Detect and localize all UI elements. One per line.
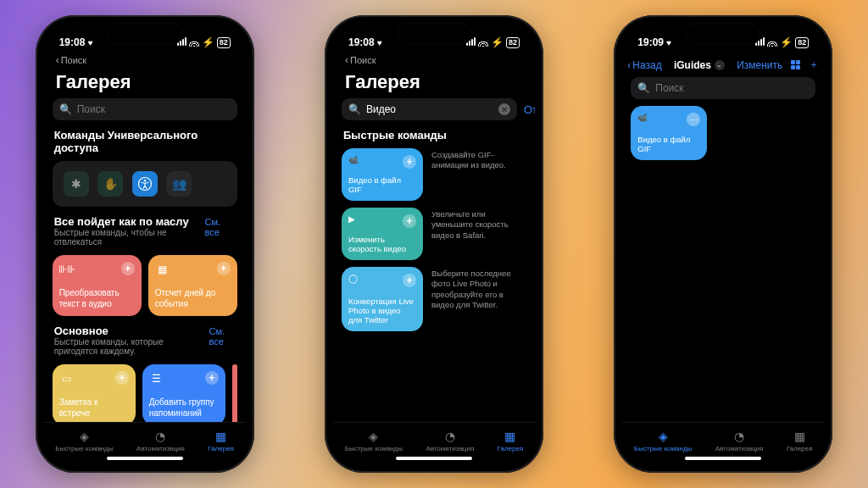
more-icon[interactable]: ⋯: [687, 113, 700, 126]
clock: 19:08: [348, 36, 375, 48]
empty-icon[interactable]: [200, 171, 225, 197]
clear-icon[interactable]: ✕: [498, 103, 510, 115]
peek-next-card[interactable]: [232, 364, 237, 422]
search-input[interactable]: [655, 82, 809, 94]
plus-icon[interactable]: +: [205, 371, 219, 385]
back-link[interactable]: ‹Поиск: [44, 54, 246, 68]
clock: 19:09: [637, 36, 664, 48]
plus-icon[interactable]: +: [403, 214, 416, 228]
folder-title[interactable]: iGuides⌄: [674, 59, 725, 71]
section-smooth-sub: Быстрые команды, чтобы не отвлекаться: [54, 228, 205, 247]
card-text-to-audio[interactable]: ⊪⊪+ Преобразовать текст в аудио: [53, 255, 142, 316]
clock-icon: ◔: [734, 430, 744, 443]
charging-icon: ⚡: [491, 36, 504, 48]
snow-icon[interactable]: ✱: [64, 171, 89, 197]
back-link[interactable]: ‹Поиск: [333, 54, 535, 68]
heart-icon: ♥: [88, 38, 93, 47]
nav-back[interactable]: ‹Назад: [627, 59, 661, 71]
card-reminder-group[interactable]: ☰+ Добавить группу напоминаний: [142, 364, 225, 422]
search-icon: 🔍: [637, 82, 650, 94]
home-indicator[interactable]: [396, 457, 472, 460]
accessibility-icons-row[interactable]: ✱ ✋ 👥: [53, 161, 237, 207]
phone-search-results: 19:08 ♥ ⚡ 82 ‹Поиск Галерея 🔍 ✕ Отменить…: [325, 15, 543, 473]
result-livephoto-twitter[interactable]: ◯+ Конвертация Live Photo в видео для Tw…: [342, 267, 423, 331]
card-countdown[interactable]: ▦+ Отсчет дней до события: [148, 255, 237, 316]
grid-icon: ▦: [794, 430, 805, 443]
play-icon: ▶: [348, 214, 355, 228]
plus-icon[interactable]: +: [217, 262, 231, 275]
result-description: Увеличьте или уменьшите скорость видео в…: [431, 208, 526, 241]
result-description: Создавайте GIF-анимации из видео.: [431, 148, 526, 171]
battery-level: 82: [506, 37, 520, 48]
search-field[interactable]: 🔍: [631, 77, 815, 99]
result-change-speed[interactable]: ▶+ Изменить скорость видео: [342, 208, 423, 260]
plus-icon[interactable]: +: [403, 274, 416, 287]
grid-view-icon[interactable]: [791, 60, 800, 69]
page-title: Галерея: [342, 68, 526, 98]
tab-automation[interactable]: ◔Автоматизация: [136, 430, 185, 452]
chevron-left-icon: ‹: [627, 59, 631, 71]
accessibility-icon[interactable]: [132, 171, 158, 197]
card-meeting-note[interactable]: ▭+ Заметка к встрече: [53, 364, 136, 422]
people-icon[interactable]: 👥: [166, 171, 192, 197]
search-icon: 🔍: [59, 103, 72, 115]
video-icon: 📹: [637, 113, 648, 126]
search-field[interactable]: 🔍 ✕: [342, 98, 517, 120]
tab-label: Быстрые команды: [345, 445, 403, 452]
page-title: Галерея: [53, 68, 237, 98]
plus-icon[interactable]: +: [403, 155, 416, 169]
plus-icon[interactable]: +: [121, 262, 135, 275]
result-video-to-gif[interactable]: 📹+ Видео в файл GIF: [342, 148, 423, 201]
section-essentials-title: Основное: [54, 324, 209, 337]
tile-label: Видео в файл GIF: [637, 135, 700, 153]
wifi-icon: [767, 39, 777, 47]
tab-gallery[interactable]: ▦Галерея: [498, 430, 524, 452]
waveform-icon: ⊪⊪: [59, 262, 75, 277]
back-label: Поиск: [61, 55, 86, 65]
battery-level: 82: [795, 37, 809, 48]
shortcut-tile-video-to-gif[interactable]: 📹⋯ Видео в файл GIF: [631, 106, 707, 160]
stack-icon: ◈: [80, 430, 89, 443]
calendar-icon: ▦: [155, 262, 170, 277]
home-indicator[interactable]: [685, 457, 761, 460]
result-label: Изменить скорость видео: [348, 235, 416, 253]
see-all-link-1[interactable]: См. все: [205, 217, 236, 237]
folder-name: iGuides: [674, 59, 711, 71]
list-icon: ☰: [149, 371, 164, 386]
search-input[interactable]: [366, 103, 493, 115]
cancel-button[interactable]: Отменить: [524, 103, 535, 116]
search-icon: 🔍: [348, 103, 361, 115]
tab-gallery[interactable]: ▦Галерея: [208, 430, 234, 452]
wifi-icon: [478, 39, 488, 47]
back-label: Поиск: [350, 55, 376, 65]
dynamic-island: [108, 24, 181, 44]
livephoto-icon: ◯: [348, 274, 358, 287]
tab-shortcuts[interactable]: ◈Быстрые команды: [55, 430, 113, 452]
tab-shortcuts[interactable]: ◈Быстрые команды: [634, 430, 692, 452]
stack-icon: ◈: [369, 430, 378, 443]
tab-label: Галерея: [208, 445, 234, 452]
tab-automation[interactable]: ◔Автоматизация: [715, 430, 764, 452]
search-input[interactable]: [77, 103, 231, 115]
tab-gallery[interactable]: ▦Галерея: [787, 430, 813, 452]
tab-shortcuts[interactable]: ◈Быстрые команды: [345, 430, 403, 452]
see-all-link-2[interactable]: См. все: [209, 326, 235, 347]
note-icon: ▭: [59, 371, 75, 386]
home-indicator[interactable]: [107, 457, 183, 460]
battery-level: 82: [217, 37, 231, 48]
edit-button[interactable]: Изменить: [737, 59, 782, 71]
tab-label: Автоматизация: [715, 445, 764, 452]
card-label: Добавить группу напоминаний: [149, 397, 219, 419]
chevron-down-icon: ⌄: [715, 60, 725, 70]
hand-icon[interactable]: ✋: [97, 171, 123, 197]
tab-automation[interactable]: ◔Автоматизация: [426, 430, 474, 452]
stack-icon: ◈: [659, 430, 668, 443]
chevron-left-icon: ‹: [345, 54, 348, 66]
add-button[interactable]: ＋: [809, 58, 819, 72]
chevron-left-icon: ‹: [56, 54, 59, 66]
search-field[interactable]: 🔍: [53, 98, 237, 120]
tab-label: Быстрые команды: [634, 445, 692, 452]
dynamic-island: [398, 24, 470, 44]
results-title: Быстрые команды: [343, 129, 447, 141]
plus-icon[interactable]: +: [115, 371, 129, 385]
